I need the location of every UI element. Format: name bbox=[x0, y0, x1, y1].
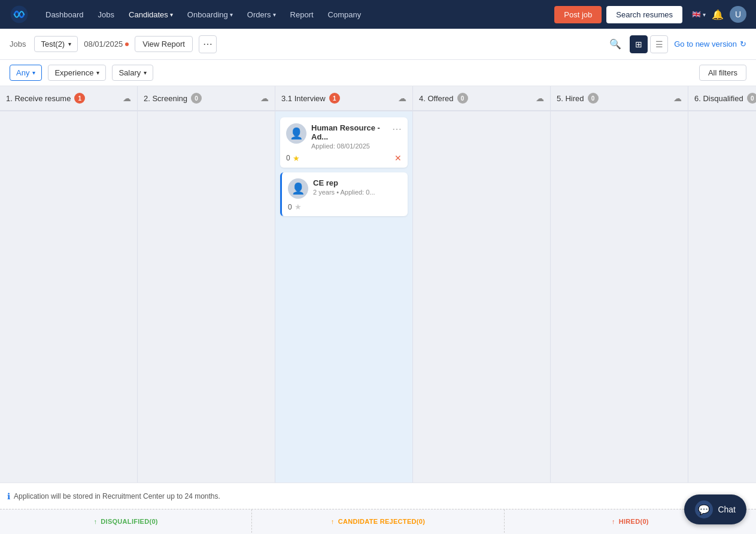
candidate-sub: 2 years • Applied: 0... bbox=[313, 189, 402, 196]
chevron-down-icon: ▾ bbox=[273, 11, 276, 18]
kanban-column-interview: 3.1 Interview1☁👤Human Resource - Ad...Ap… bbox=[275, 86, 413, 483]
chevron-down-icon: ▾ bbox=[703, 11, 706, 18]
col-header-label: 6. Disqualified bbox=[694, 94, 743, 103]
chevron-down-icon: ▾ bbox=[96, 69, 99, 76]
nav-jobs[interactable]: Jobs bbox=[93, 8, 119, 22]
date-dot bbox=[125, 43, 129, 46]
chevron-down-icon: ▾ bbox=[170, 11, 173, 18]
col-count-badge: 1 bbox=[329, 93, 340, 104]
col-header-hired: 5. Hired0☁ bbox=[551, 86, 688, 111]
reject-icon[interactable]: ✕ bbox=[394, 153, 402, 163]
upload-icon[interactable]: ☁ bbox=[260, 93, 269, 103]
salary-filter-button[interactable]: Salary ▾ bbox=[112, 65, 153, 81]
all-filters-button[interactable]: All filters bbox=[699, 65, 746, 81]
grid-view-button[interactable]: ⊞ bbox=[630, 35, 648, 53]
chevron-down-icon: ▾ bbox=[144, 69, 147, 76]
more-options-button[interactable]: ⋯ bbox=[199, 35, 217, 53]
col-header-offered: 4. Offered0☁ bbox=[413, 86, 550, 111]
nav-candidates[interactable]: Candidates ▾ bbox=[124, 8, 178, 22]
footer-action-label: HIRED(0) bbox=[619, 518, 649, 525]
kanban-column-hired: 5. Hired0☁ bbox=[551, 86, 688, 483]
upload-icon[interactable]: ☁ bbox=[673, 93, 682, 103]
nav-report[interactable]: Report bbox=[286, 8, 318, 22]
jobs-label: Jobs bbox=[10, 40, 26, 48]
kanban-column-receive-resume: 1. Receive resume1☁ bbox=[0, 86, 138, 483]
logo[interactable] bbox=[10, 5, 29, 24]
chevron-down-icon: ▾ bbox=[68, 41, 71, 47]
info-icon: ℹ bbox=[7, 491, 10, 501]
nav-dashboard[interactable]: Dashboard bbox=[41, 8, 89, 22]
info-text: Application will be stored in Recruitmen… bbox=[14, 492, 220, 500]
footer-action-icon: ↑ bbox=[331, 518, 335, 525]
col-header-label: 1. Receive resume bbox=[6, 94, 71, 103]
kanban-column-offered: 4. Offered0☁ bbox=[413, 86, 551, 483]
chevron-down-icon: ▾ bbox=[32, 69, 35, 76]
col-count-badge: 1 bbox=[74, 93, 85, 104]
card-score: 0 bbox=[286, 154, 290, 162]
user-avatar[interactable]: U bbox=[730, 6, 746, 23]
navbar: Dashboard Jobs Candidates ▾ Onboarding ▾… bbox=[0, 0, 756, 29]
goto-new-version-link[interactable]: Go to new version ↻ bbox=[674, 40, 746, 48]
upload-icon[interactable]: ☁ bbox=[123, 93, 131, 103]
col-header-screening: 2. Screening0☁ bbox=[138, 86, 275, 111]
col-count-badge: 0 bbox=[747, 93, 756, 104]
chat-button[interactable]: 💬 Chat bbox=[684, 494, 746, 524]
refresh-icon: ↻ bbox=[740, 40, 746, 48]
nav-company[interactable]: Company bbox=[323, 8, 366, 22]
avatar: 👤 bbox=[288, 178, 308, 199]
card-bottom: 0★✕ bbox=[286, 153, 402, 163]
star-icon[interactable]: ★ bbox=[293, 154, 300, 163]
view-toggle: ⊞ ☰ bbox=[630, 35, 668, 53]
nav-orders[interactable]: Orders ▾ bbox=[242, 8, 281, 22]
col-header-label: 3.1 Interview bbox=[281, 94, 326, 103]
candidate-name: Human Resource - Ad... bbox=[311, 123, 387, 141]
toolbar: Jobs Test(2) ▾ 08/01/2025 View Report ⋯ … bbox=[0, 29, 756, 60]
star-icon[interactable]: ★ bbox=[294, 202, 302, 211]
any-filter-button[interactable]: Any ▾ bbox=[10, 65, 42, 81]
job-selector-dropdown[interactable]: Test(2) ▾ bbox=[34, 36, 78, 52]
card-bottom: 0★ bbox=[288, 202, 402, 211]
language-selector[interactable]: 🇬🇧 ▾ bbox=[692, 10, 706, 19]
footer-action-label: DISQUALIFIED(0) bbox=[101, 518, 158, 525]
col-body-screening bbox=[138, 111, 275, 483]
card-more-button[interactable]: ⋯ bbox=[392, 123, 402, 135]
experience-filter-button[interactable]: Experience ▾ bbox=[48, 65, 106, 81]
kanban-column-screening: 2. Screening0☁ bbox=[138, 86, 275, 483]
footer-action-icon: ↑ bbox=[612, 518, 615, 525]
search-resumes-button[interactable]: Search resumes bbox=[606, 6, 682, 23]
col-body-hired bbox=[551, 111, 688, 483]
col-count-badge: 0 bbox=[191, 93, 202, 104]
kanban-column-disqualified: 6. Disqualified0☁ bbox=[688, 86, 756, 483]
col-body-receive-resume bbox=[0, 111, 137, 483]
candidate-card[interactable]: 👤CE rep2 years • Applied: 0...0★ bbox=[280, 172, 408, 216]
upload-icon[interactable]: ☁ bbox=[398, 93, 406, 103]
list-view-button[interactable]: ☰ bbox=[650, 35, 668, 53]
nav-onboarding[interactable]: Onboarding ▾ bbox=[183, 8, 238, 22]
footer-action-icon: ↑ bbox=[93, 518, 97, 525]
col-count-badge: 0 bbox=[588, 93, 599, 104]
avatar: 👤 bbox=[286, 123, 306, 144]
chat-icon: 💬 bbox=[695, 500, 713, 518]
footer-action-item[interactable]: ↑DISQUALIFIED(0) bbox=[0, 509, 252, 533]
col-header-label: 4. Offered bbox=[419, 94, 454, 103]
notifications-icon[interactable]: 🔔 bbox=[712, 9, 724, 20]
bottom-bar: ℹ Application will be stored in Recruitm… bbox=[0, 483, 756, 509]
post-job-button[interactable]: Post job bbox=[554, 6, 602, 23]
col-body-offered bbox=[413, 111, 550, 483]
search-icon[interactable]: 🔍 bbox=[607, 36, 624, 52]
col-body-interview: 👤Human Resource - Ad...Applied: 08/01/20… bbox=[275, 111, 412, 483]
filters-bar: Any ▾ Experience ▾ Salary ▾ All filters bbox=[0, 60, 756, 86]
kanban-board: 1. Receive resume1☁2. Screening0☁3.1 Int… bbox=[0, 86, 756, 483]
candidate-name: CE rep bbox=[313, 178, 402, 187]
card-score: 0 bbox=[288, 203, 292, 211]
footer-action-label: CANDIDATE REJECTED(0) bbox=[338, 518, 425, 525]
date-badge: 08/01/2025 bbox=[84, 40, 129, 48]
footer-action-item[interactable]: ↑CANDIDATE REJECTED(0) bbox=[252, 509, 504, 533]
col-header-label: 2. Screening bbox=[144, 94, 187, 103]
col-header-receive-resume: 1. Receive resume1☁ bbox=[0, 86, 137, 111]
chevron-down-icon: ▾ bbox=[230, 11, 233, 18]
upload-icon[interactable]: ☁ bbox=[536, 93, 544, 103]
view-report-button[interactable]: View Report bbox=[135, 36, 193, 52]
candidate-sub: Applied: 08/01/2025 bbox=[311, 142, 387, 150]
candidate-card[interactable]: 👤Human Resource - Ad...Applied: 08/01/20… bbox=[280, 117, 408, 168]
